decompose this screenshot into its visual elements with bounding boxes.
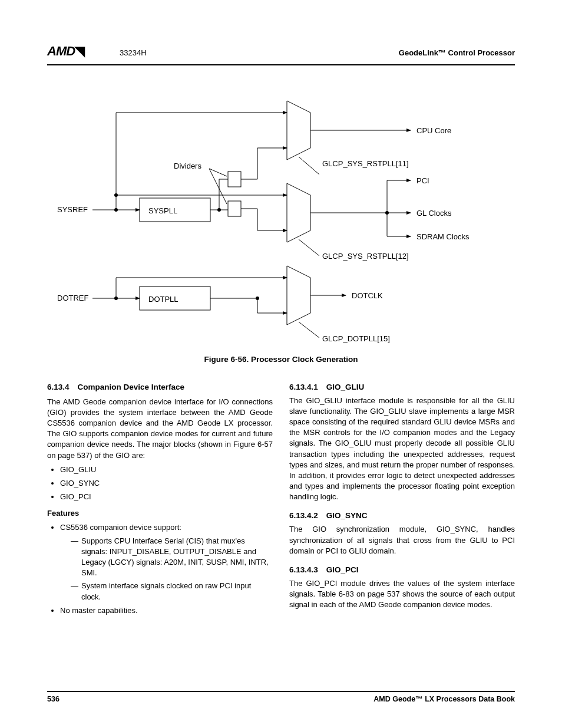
list-item: System interface signals clocked on raw … [71, 581, 273, 602]
feature-sublist: Supports CPU Interface Serial (CIS) that… [71, 536, 273, 602]
label-rstpll12: GLCP_SYS_RSTPLL[12] [322, 251, 409, 262]
svg-line-23 [209, 169, 227, 176]
subsection-title: GIO_SYNC [326, 511, 368, 520]
label-dotpll15: GLCP_DOTPLL[15] [322, 334, 390, 344]
label-sdram-clocks: SDRAM Clocks [416, 232, 470, 242]
svg-point-8 [114, 193, 118, 197]
feature-text: CS5536 companion device support: [60, 523, 181, 532]
clock-diagram: SYSREF DOTREF Dividers SYSPLL DOTPLL CPU… [57, 83, 505, 342]
features-list: CS5536 companion device support: Support… [60, 522, 273, 616]
left-column: 6.13.4Companion Device Interface The AMD… [47, 382, 273, 620]
amd-logo: AMD◥ [47, 42, 84, 61]
features-heading: Features [47, 508, 273, 519]
list-item: Supports CPU Interface Serial (CIS) that… [71, 536, 273, 579]
section-heading: 6.13.4Companion Device Interface [47, 382, 273, 393]
text-columns: 6.13.4Companion Device Interface The AMD… [47, 382, 515, 620]
svg-point-13 [217, 208, 221, 212]
label-dotpll: DOTPLL [148, 294, 178, 305]
subsection-title: GIO_PCI [326, 565, 359, 574]
svg-line-16 [299, 157, 319, 174]
subsection-title: GIO_GLIU [326, 383, 365, 391]
header-left: AMD◥ 33234H [47, 42, 147, 61]
section-para: The AMD Geode companion device interface… [47, 397, 273, 461]
list-item: GIO_SYNC [60, 478, 273, 489]
subsection-para: The GIO_GLIU interface module is respons… [289, 396, 515, 503]
svg-point-14 [256, 297, 259, 300]
gio-block-list: GIO_GLIU GIO_SYNC GIO_PCI [60, 465, 273, 503]
label-cpu-core: CPU Core [416, 126, 451, 136]
label-pci: PCI [416, 176, 429, 186]
list-item: GIO_GLIU [60, 465, 273, 475]
right-column: 6.13.4.1GIO_GLIU The GIO_GLIU interface … [289, 382, 515, 620]
label-dividers: Dividers [174, 161, 201, 172]
svg-line-20 [299, 239, 319, 256]
subsection-number: 6.13.4.2 [289, 510, 318, 522]
list-item: CS5536 companion device support: Support… [60, 522, 273, 602]
subsection-heading: 6.13.4.1GIO_GLIU [289, 382, 515, 393]
section-number: 6.13.4 [47, 382, 70, 393]
label-gl-clocks: GL Clocks [416, 208, 451, 219]
label-sysref: SYSREF [57, 205, 88, 215]
section-title: Companion Device Interface [78, 383, 185, 391]
svg-rect-3 [228, 201, 241, 216]
chapter-title: GeodeLink™ Control Processor [399, 48, 515, 58]
list-item: No master capabilities. [60, 605, 273, 616]
subsection-para: The GIO_PCI module drives the values of … [289, 578, 515, 611]
subsection-para: The GIO synchronization module, GIO_SYNC… [289, 524, 515, 556]
svg-rect-2 [228, 172, 241, 187]
subsection-heading: 6.13.4.3GIO_PCI [289, 565, 515, 576]
label-dotref: DOTREF [57, 293, 88, 304]
svg-line-24 [209, 169, 227, 204]
label-dotclk: DOTCLK [352, 291, 383, 301]
doc-id: 33234H [120, 48, 147, 58]
figure-caption: Figure 6-56. Processor Clock Generation [47, 354, 515, 365]
label-rstpll11: GLCP_SYS_RSTPLL[11] [322, 159, 409, 169]
subsection-number: 6.13.4.3 [289, 565, 318, 576]
subsection-heading: 6.13.4.2GIO_SYNC [289, 510, 515, 522]
label-syspll: SYSPLL [148, 206, 177, 216]
list-item: GIO_PCI [60, 492, 273, 502]
page-header: AMD◥ 33234H GeodeLink™ Control Processor [47, 42, 515, 65]
svg-line-22 [299, 322, 319, 338]
subsection-number: 6.13.4.1 [289, 382, 318, 393]
